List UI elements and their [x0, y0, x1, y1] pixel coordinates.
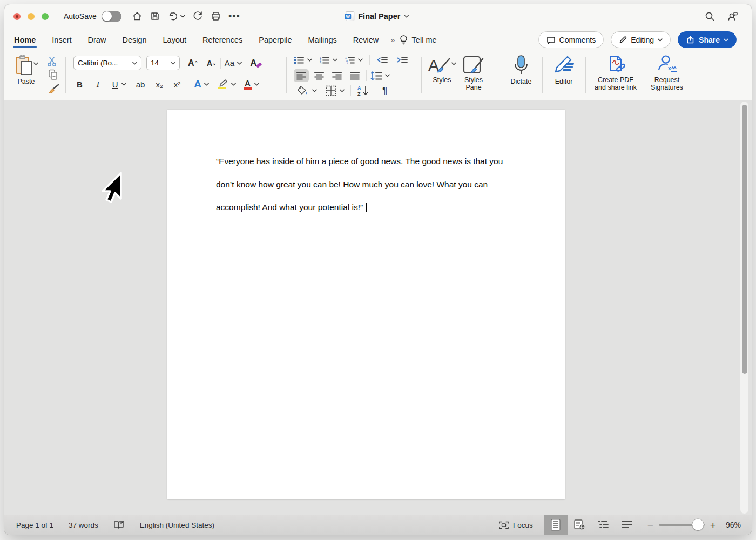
- numbering-button[interactable]: 123: [319, 56, 330, 65]
- focus-button[interactable]: Focus: [499, 521, 533, 529]
- underline-button[interactable]: U: [112, 80, 118, 89]
- bold-button[interactable]: B: [77, 80, 83, 89]
- tab-draw[interactable]: Draw: [88, 31, 106, 49]
- cut-icon[interactable]: [46, 56, 58, 68]
- autosave-toggle[interactable]: [102, 11, 122, 22]
- underline-chevron-icon[interactable]: [122, 83, 126, 86]
- zoom-in-button[interactable]: +: [710, 520, 716, 530]
- print-layout-view-button[interactable]: [544, 515, 568, 535]
- print-icon[interactable]: [210, 11, 221, 22]
- line-spacing-button[interactable]: [370, 71, 390, 80]
- tab-paperpile[interactable]: Paperpile: [259, 31, 292, 49]
- close-button[interactable]: [14, 13, 21, 20]
- tab-references[interactable]: References: [202, 31, 242, 49]
- shrink-font-button[interactable]: A⌄: [207, 59, 217, 68]
- spellcheck-icon[interactable]: [113, 520, 125, 530]
- zoom-slider-thumb[interactable]: [692, 519, 704, 530]
- status-bar: Page 1 of 1 37 words English (United Sta…: [4, 515, 752, 535]
- align-right-button[interactable]: [329, 69, 345, 82]
- tab-overflow-icon[interactable]: »: [390, 35, 395, 44]
- undo-button[interactable]: [167, 11, 185, 22]
- highlight-button[interactable]: [217, 79, 236, 90]
- doc-line-2: don’t know how great you can be! How muc…: [216, 173, 503, 197]
- paste-clipboard-icon: [14, 55, 33, 76]
- italic-button[interactable]: I: [97, 80, 99, 89]
- tab-review[interactable]: Review: [353, 31, 379, 49]
- align-left-button[interactable]: [294, 69, 309, 82]
- numbering-chevron-icon[interactable]: [333, 58, 338, 62]
- styles-pane-button[interactable]: StylesPane: [462, 55, 485, 91]
- pilcrow-button[interactable]: ¶: [382, 85, 388, 97]
- tell-me-label[interactable]: Tell me: [412, 36, 437, 44]
- search-icon[interactable]: [705, 11, 715, 22]
- create-pdf-button[interactable]: Create PDFand share link: [589, 55, 643, 91]
- zoom-slider[interactable]: [659, 524, 705, 526]
- styles-button[interactable]: A Styles: [428, 55, 456, 84]
- tab-design[interactable]: Design: [122, 31, 146, 49]
- svg-text:A: A: [357, 85, 361, 91]
- editor-button[interactable]: Editor: [544, 55, 583, 85]
- multilevel-chevron-icon[interactable]: [358, 58, 363, 62]
- save-icon[interactable]: [150, 11, 160, 22]
- page-count[interactable]: Page 1 of 1: [16, 521, 53, 529]
- borders-button[interactable]: [326, 85, 345, 96]
- grow-font-button[interactable]: A⌃: [188, 58, 198, 68]
- share-button[interactable]: Share: [678, 31, 737, 48]
- strikethrough-button[interactable]: ab: [136, 80, 145, 89]
- svg-text:i: i: [347, 62, 348, 65]
- editing-mode-button[interactable]: Editing: [611, 31, 671, 48]
- word-window: AutoSave ••• Final Paper: [4, 4, 752, 535]
- font-color-button[interactable]: A: [244, 79, 259, 90]
- superscript-button[interactable]: x²: [174, 80, 181, 89]
- clear-formatting-button[interactable]: A: [250, 57, 262, 69]
- presence-people-icon[interactable]: [727, 11, 739, 22]
- text-effects-button[interactable]: A: [194, 78, 209, 90]
- decrease-indent-button[interactable]: [376, 56, 388, 64]
- sort-button[interactable]: AZ: [357, 85, 370, 97]
- draft-view-button[interactable]: [615, 515, 639, 535]
- request-signatures-button[interactable]: x RequestSignatures: [644, 55, 690, 91]
- scrollbar-thumb[interactable]: [742, 105, 747, 374]
- document-title[interactable]: Final Paper: [346, 4, 409, 28]
- comments-button[interactable]: Comments: [538, 31, 604, 48]
- styles-icon: A: [428, 55, 451, 76]
- increase-indent-button[interactable]: [396, 56, 408, 64]
- bullets-chevron-icon[interactable]: [307, 58, 312, 62]
- tab-insert[interactable]: Insert: [52, 31, 71, 49]
- mouse-cursor: [98, 171, 125, 210]
- dictate-button[interactable]: Dictate: [502, 55, 540, 85]
- tab-home[interactable]: Home: [14, 31, 36, 49]
- minimize-button[interactable]: [28, 13, 35, 20]
- shading-button[interactable]: [297, 85, 317, 96]
- zoom-percentage[interactable]: 96%: [726, 521, 741, 529]
- multilevel-list-button[interactable]: 1ai: [345, 56, 355, 65]
- doc-line-3: accomplish! And what your potential is!”: [216, 196, 503, 219]
- word-count[interactable]: 37 words: [69, 521, 98, 529]
- web-layout-view-button[interactable]: [568, 515, 591, 535]
- change-case-button[interactable]: Aa: [225, 58, 242, 68]
- bullets-button[interactable]: [294, 56, 305, 65]
- justify-button[interactable]: [347, 69, 362, 82]
- font-size-select[interactable]: 14: [146, 56, 180, 70]
- tab-layout[interactable]: Layout: [163, 31, 187, 49]
- home-icon[interactable]: [132, 11, 143, 22]
- signature-person-icon: x: [656, 55, 678, 75]
- more-icon[interactable]: •••: [228, 11, 240, 22]
- share-chevron-icon: [724, 38, 728, 42]
- tab-mailings[interactable]: Mailings: [308, 31, 337, 49]
- subscript-button[interactable]: x₂: [156, 80, 163, 89]
- document-page[interactable]: “Everyone has inside of him a piece of g…: [167, 110, 565, 499]
- zoom-out-button[interactable]: −: [647, 520, 653, 530]
- copy-icon[interactable]: [48, 69, 58, 80]
- outline-view-button[interactable]: [591, 515, 615, 535]
- paste-button[interactable]: Paste: [14, 55, 38, 85]
- font-name-select[interactable]: Calibri (Bo...: [73, 56, 141, 70]
- title-chevron-icon: [404, 15, 409, 18]
- format-painter-icon[interactable]: [48, 83, 60, 96]
- align-center-button[interactable]: [312, 69, 327, 82]
- scrollbar-track[interactable]: [740, 102, 748, 514]
- redo-button[interactable]: [192, 11, 203, 22]
- zoom-window-button[interactable]: [42, 13, 49, 20]
- language-status[interactable]: English (United States): [140, 521, 214, 529]
- document-text[interactable]: “Everyone has inside of him a piece of g…: [216, 150, 503, 219]
